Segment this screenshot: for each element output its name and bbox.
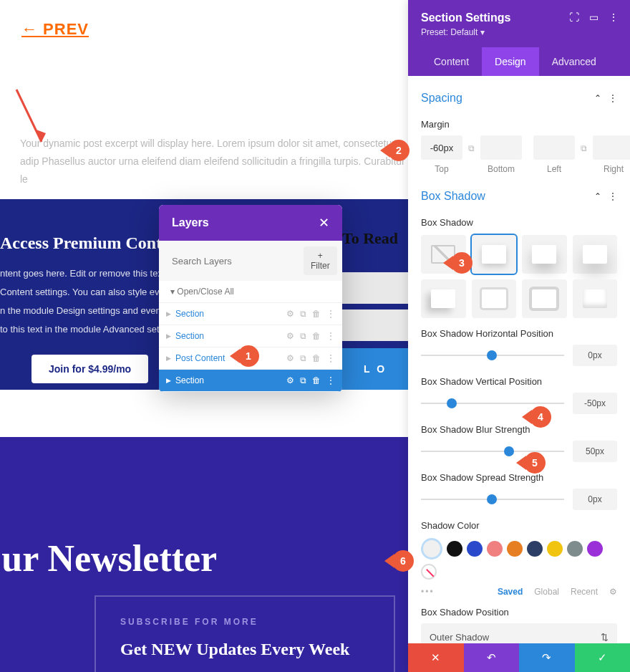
cancel-button[interactable]: ✕ [408, 643, 464, 672]
password-input[interactable] [342, 309, 408, 341]
preset-dropdown[interactable]: Preset: Default ▾ [421, 27, 617, 37]
layer-row[interactable]: ▶ Section ⚙⧉🗑⋮ [159, 325, 342, 347]
color-swatch[interactable] [487, 541, 503, 557]
layer-label: Section [175, 331, 286, 341]
shadow-preset-3[interactable] [573, 235, 618, 274]
join-button[interactable]: Join for $4.99/mo [32, 355, 148, 383]
shadow-v-input[interactable] [573, 393, 617, 414]
margin-top-input[interactable] [421, 135, 462, 160]
tab-design[interactable]: Design [482, 47, 539, 76]
shadow-preset-7[interactable] [573, 279, 618, 318]
shadow-preset-5[interactable] [472, 279, 517, 318]
shadow-spread-slider[interactable] [421, 494, 564, 505]
margin-left-input[interactable] [533, 135, 575, 160]
open-close-all[interactable]: ▾ Open/Close All [159, 281, 342, 303]
expand-icon[interactable]: ⛶ [569, 11, 579, 23]
tab-content[interactable]: Content [421, 47, 482, 76]
trash-icon[interactable]: 🗑 [312, 353, 321, 363]
subscribe-heading: Get NEW Updates Every Week [120, 640, 369, 659]
expand-icon[interactable]: ▶ [166, 310, 171, 317]
panel-footer: ✕ ↶ ↷ ✓ [408, 643, 630, 672]
shadow-preset-4[interactable] [421, 279, 466, 318]
layer-row-selected[interactable]: ▶ Section ⚙⧉🗑⋮ [159, 370, 342, 392]
margin-top-caption: Top [435, 164, 448, 174]
shadow-h-input[interactable] [573, 345, 617, 366]
color-swatch[interactable] [527, 541, 543, 557]
shadow-blur-input[interactable] [573, 441, 617, 462]
margin-bottom-caption: Bottom [488, 164, 515, 174]
color-none[interactable] [421, 564, 437, 580]
shadow-position-select[interactable]: Outer Shadow⇅ [421, 623, 617, 643]
expand-icon[interactable]: ▶ [166, 377, 171, 384]
shadow-spread-label: Box Shadow Spread Strength [421, 472, 617, 483]
prev-link[interactable]: ← PREV [21, 20, 89, 39]
gear-icon[interactable]: ⚙ [286, 353, 294, 363]
responsive-icon[interactable]: ▭ [589, 11, 598, 23]
tab-advanced[interactable]: Advanced [539, 47, 609, 76]
duplicate-icon[interactable]: ⧉ [300, 375, 306, 385]
gear-icon[interactable]: ⚙ [286, 331, 294, 341]
shadow-v-pos-label: Box Shadow Vertical Position [421, 376, 617, 387]
margin-bottom-input[interactable] [480, 135, 522, 160]
color-tab-saved[interactable]: Saved [498, 587, 523, 597]
close-icon[interactable]: ✕ [319, 215, 329, 231]
kebab-icon[interactable]: ⋮ [609, 93, 617, 103]
duplicate-icon[interactable]: ⧉ [300, 309, 306, 319]
kebab-icon[interactable]: ⋮ [326, 375, 335, 385]
box-shadow-section[interactable]: Box Shadow ⌃⋮ [421, 174, 617, 207]
layers-search-input[interactable] [166, 250, 298, 272]
layers-header: Layers ✕ [159, 205, 342, 241]
color-swatch[interactable] [567, 541, 583, 557]
color-swatch[interactable] [447, 541, 462, 557]
shadow-preset-6[interactable] [522, 279, 567, 318]
color-swatch[interactable] [467, 541, 483, 557]
color-swatch[interactable] [587, 541, 603, 557]
shadow-h-slider[interactable] [421, 350, 564, 361]
redo-button[interactable]: ↷ [519, 643, 575, 672]
link-icon[interactable]: ⧉ [581, 143, 587, 153]
duplicate-icon[interactable]: ⧉ [300, 331, 306, 341]
more-colors-icon[interactable]: ••• [421, 587, 435, 597]
panel-body: Spacing ⌃⋮ Margin Top ⧉ Bottom Left ⧉ Ri… [408, 76, 630, 643]
layer-label: Section [175, 309, 286, 319]
save-button[interactable]: ✓ [575, 643, 631, 672]
margin-label: Margin [421, 119, 617, 130]
shadow-preset-1[interactable] [472, 235, 517, 274]
kebab-icon[interactable]: ⋮ [609, 191, 617, 201]
layer-row[interactable]: ▶ Section ⚙⧉🗑⋮ [159, 303, 342, 325]
username-input[interactable] [342, 272, 408, 304]
kebab-icon[interactable]: ⋮ [326, 353, 335, 363]
duplicate-icon[interactable]: ⧉ [300, 353, 306, 363]
color-tab-recent[interactable]: Recent [571, 587, 598, 597]
gear-icon[interactable]: ⚙ [609, 587, 617, 597]
margin-left-caption: Left [547, 164, 561, 174]
color-palette [421, 538, 617, 580]
spacing-section[interactable]: Spacing ⌃⋮ [421, 76, 617, 109]
shadow-spread-input[interactable] [573, 489, 617, 510]
color-swatch[interactable] [547, 541, 563, 557]
chevron-up-icon[interactable]: ⌃ [594, 93, 601, 103]
link-icon[interactable]: ⧉ [468, 143, 475, 153]
gear-icon[interactable]: ⚙ [286, 309, 294, 319]
expand-icon[interactable]: ▶ [166, 355, 171, 362]
margin-right-input[interactable] [593, 135, 630, 160]
trash-icon[interactable]: 🗑 [312, 331, 321, 341]
gear-icon[interactable]: ⚙ [286, 375, 294, 385]
trash-icon[interactable]: 🗑 [312, 375, 321, 385]
trash-icon[interactable]: 🗑 [312, 309, 321, 319]
shadow-position-label: Box Shadow Position [421, 607, 617, 618]
shadow-preset-2[interactable] [522, 235, 567, 274]
expand-icon[interactable]: ▶ [166, 332, 171, 340]
chevron-up-icon[interactable]: ⌃ [594, 191, 601, 201]
color-tab-global[interactable]: Global [534, 587, 559, 597]
annotation-badge-2: 2 [388, 140, 410, 161]
shadow-blur-label: Box Shadow Blur Strength [421, 424, 617, 435]
kebab-icon[interactable]: ⋮ [326, 331, 335, 341]
filter-button[interactable]: + Filter [304, 246, 337, 275]
kebab-icon[interactable]: ⋮ [326, 309, 335, 319]
login-button[interactable]: L O [342, 348, 408, 390]
undo-button[interactable]: ↶ [464, 643, 520, 672]
color-swatch[interactable] [507, 541, 523, 557]
color-swatch[interactable] [421, 538, 442, 560]
kebab-icon[interactable]: ⋮ [609, 11, 619, 23]
